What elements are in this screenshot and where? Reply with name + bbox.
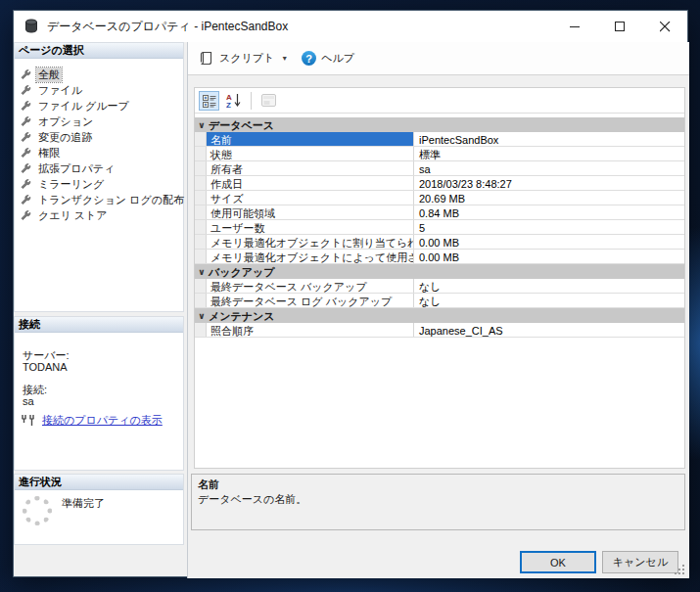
property-value[interactable]: 0.84 MB	[414, 205, 684, 219]
property-grid: A Z ∨データベース名前iPentecSandBox状態標準所有者sa作成日2…	[194, 87, 685, 469]
row-indent	[195, 220, 207, 234]
dialog-toolbar: スクリプト ▼ ? ヘルプ	[188, 42, 689, 75]
help-button[interactable]: ? ヘルプ	[298, 48, 358, 68]
grid-property-row[interactable]: 状態標準	[195, 147, 684, 161]
progress-panel: 進行状況 準備完了	[14, 474, 184, 545]
alphabetical-sort-button[interactable]: A Z	[223, 91, 244, 111]
property-name: 状態	[207, 147, 414, 160]
category-label: メンテナンス	[209, 309, 275, 323]
row-indent	[195, 161, 207, 175]
help-icon: ?	[302, 51, 316, 66]
sidebar-item-8[interactable]: トランザクション ログの配布	[15, 192, 183, 207]
collapse-chevron-icon[interactable]: ∨	[195, 265, 209, 279]
alphabetical-sort-icon: A Z	[226, 93, 242, 108]
wrench-icon	[21, 195, 31, 205]
grid-category-row[interactable]: ∨バックアップ	[195, 264, 684, 279]
sidebar-item-1[interactable]: ファイル	[15, 82, 183, 98]
ok-button[interactable]: OK	[520, 551, 596, 573]
sidebar-item-label: クエリ ストア	[36, 208, 110, 223]
grid-property-row[interactable]: 所有者sa	[195, 161, 684, 176]
property-name: メモリ最適化オブジェクトに割り当てられたメモリ	[207, 235, 414, 249]
sidebar-item-label: ファイル グループ	[36, 99, 131, 114]
property-value[interactable]: iPentecSandBox	[414, 132, 684, 146]
sidebar-item-label: 変更の追跡	[36, 130, 94, 145]
main-panel: スクリプト ▼ ? ヘルプ	[187, 42, 689, 578]
cancel-button[interactable]: キャンセル	[602, 551, 678, 573]
property-name: 所有者	[207, 161, 414, 175]
description-title: 名前	[198, 478, 678, 492]
property-value[interactable]: 0.00 MB	[414, 250, 684, 263]
progress-header: 進行状況	[15, 475, 183, 490]
sidebar-item-5[interactable]: 権限	[15, 145, 183, 160]
grid-property-row[interactable]: メモリ最適化オブジェクトによって使用されるメモリ0.00 MB	[195, 250, 684, 264]
row-indent	[195, 132, 207, 146]
wrench-icon	[21, 132, 31, 143]
property-value[interactable]: 標準	[414, 147, 684, 160]
property-value[interactable]: なし	[414, 279, 684, 293]
grid-property-row[interactable]: ユーザー数5	[195, 220, 684, 235]
grid-property-row[interactable]: 名前iPentecSandBox	[195, 132, 684, 147]
wrench-icon	[21, 163, 31, 174]
category-label: バックアップ	[209, 265, 275, 279]
title-bar[interactable]: データベースのプロパティ - iPentecSandBox	[14, 11, 687, 42]
sidebar-item-6[interactable]: 拡張プロパティ	[15, 160, 183, 176]
wrench-icon	[21, 85, 31, 96]
connection-value: sa	[23, 395, 34, 407]
sidebar-item-label: 全般	[36, 68, 62, 82]
collapse-chevron-icon[interactable]: ∨	[195, 309, 209, 323]
property-name: 作成日	[207, 176, 414, 190]
category-label: データベース	[209, 118, 274, 132]
connection-panel: 接続 サーバー: TODANA 接続: sa 接続のプロパティの表示	[14, 316, 184, 471]
grid-category-row[interactable]: ∨メンテナンス	[195, 308, 684, 323]
script-button[interactable]: スクリプト ▼	[196, 48, 292, 68]
grid-property-row[interactable]: メモリ最適化オブジェクトに割り当てられたメモリ0.00 MB	[195, 235, 684, 250]
grid-property-row[interactable]: 照合順序Japanese_CI_AS	[195, 323, 684, 338]
resize-grip[interactable]	[675, 564, 685, 574]
wrench-icon	[21, 210, 31, 221]
grid-property-row[interactable]: 最終データベース ログ バックアップなし	[195, 294, 684, 308]
close-button[interactable]	[642, 11, 687, 42]
property-value[interactable]: sa	[414, 161, 684, 175]
sidebar-item-0[interactable]: 全般	[15, 67, 183, 82]
sidebar-item-9[interactable]: クエリ ストア	[15, 207, 183, 223]
grid-property-row[interactable]: 作成日2018/03/23 8:48:27	[195, 176, 684, 191]
toolbar-separator	[251, 92, 252, 110]
connection-header: 接続	[15, 317, 183, 333]
row-indent	[195, 205, 207, 219]
grid-property-row[interactable]: サイズ20.69 MB	[195, 191, 684, 205]
sidebar-item-3[interactable]: オプション	[15, 114, 183, 129]
property-value[interactable]: 0.00 MB	[414, 235, 684, 249]
categorized-icon	[203, 94, 216, 108]
property-value[interactable]: Japanese_CI_AS	[414, 323, 684, 337]
grid-category-row[interactable]: ∨データベース	[195, 117, 684, 132]
property-value[interactable]: 20.69 MB	[414, 191, 684, 205]
sidebar-item-7[interactable]: ミラーリング	[15, 176, 183, 192]
page-list: 全般ファイルファイル グループオプション変更の追跡権限拡張プロパティミラーリング…	[15, 67, 183, 223]
property-name: メモリ最適化オブジェクトによって使用されるメモリ	[207, 250, 414, 263]
collapse-chevron-icon[interactable]: ∨	[195, 118, 209, 132]
row-indent	[195, 323, 207, 337]
property-grid-rows: ∨データベース名前iPentecSandBox状態標準所有者sa作成日2018/…	[195, 117, 684, 338]
property-name: 最終データベース ログ バックアップ	[207, 294, 414, 307]
view-connection-properties-link[interactable]: 接続のプロパティの表示	[42, 413, 163, 428]
maximize-button[interactable]	[597, 11, 642, 42]
script-dropdown-icon: ▼	[281, 55, 288, 62]
svg-text:Z: Z	[226, 101, 231, 109]
page-selection-panel: ページの選択 全般ファイルファイル グループオプション変更の追跡権限拡張プロパテ…	[14, 42, 184, 312]
row-indent	[195, 147, 207, 160]
property-value[interactable]: なし	[414, 294, 684, 307]
sidebar-item-label: ファイル	[36, 83, 84, 98]
minimize-button[interactable]	[552, 11, 597, 42]
property-pages-icon	[261, 94, 276, 107]
grid-property-row[interactable]: 最終データベース バックアップなし	[195, 279, 684, 294]
grid-property-row[interactable]: 使用可能領域0.84 MB	[195, 205, 684, 220]
sidebar-item-4[interactable]: 変更の追跡	[15, 129, 183, 145]
categorized-button[interactable]	[199, 91, 219, 111]
script-label: スクリプト	[219, 51, 274, 66]
property-name: 使用可能領域	[207, 205, 414, 219]
row-indent	[195, 250, 207, 263]
property-name: 名前	[207, 132, 414, 146]
sidebar-item-2[interactable]: ファイル グループ	[15, 98, 183, 114]
property-value[interactable]: 2018/03/23 8:48:27	[414, 176, 684, 190]
property-value[interactable]: 5	[414, 220, 684, 234]
